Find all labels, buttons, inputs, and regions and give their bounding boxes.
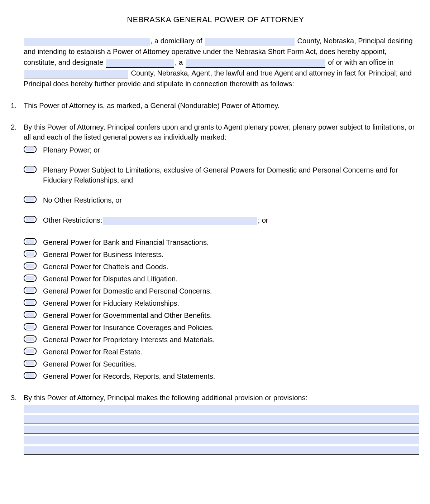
checkbox-g6[interactable]	[24, 299, 37, 306]
principal-name-field[interactable]	[24, 38, 150, 46]
item-body-1: This Power of Attorney is, as marked, a …	[24, 101, 419, 111]
check-row-no-other: No Other Restrictions, or	[24, 195, 419, 205]
label-other-prefix: Other Restrictions:	[43, 216, 102, 224]
check-row-other: Other Restrictions:; or	[24, 215, 419, 225]
label-no-other: No Other Restrictions, or	[43, 195, 419, 205]
list-item-2: 2. By this Power of Attorney, Principal …	[11, 122, 419, 381]
label-g8: General Power for Insurance Coverages an…	[43, 323, 419, 333]
checkbox-plenary-limited[interactable]	[24, 166, 37, 173]
check-row-plenary-limited: Plenary Power Subject to Limitations, ex…	[24, 165, 419, 185]
label-other-suffix: ; or	[258, 216, 268, 224]
checkbox-plenary[interactable]	[24, 146, 37, 153]
title-text: NEBRASKA GENERAL POWER OF ATTORNEY	[126, 15, 304, 24]
item-number-3: 3.	[11, 393, 24, 455]
checkbox-g12[interactable]	[24, 372, 37, 379]
intro-text-1: , a domiciliary of	[150, 37, 204, 45]
label-g4: General Power for Disputes and Litigatio…	[43, 274, 419, 284]
check-row-g12: General Power for Records, Reports, and …	[24, 371, 419, 381]
label-g10: General Power for Real Estate.	[43, 347, 419, 357]
agent-county-field[interactable]	[24, 70, 128, 78]
item-body-2: By this Power of Attorney, Principal con…	[24, 122, 419, 381]
label-g1: General Power for Bank and Financial Tra…	[43, 237, 419, 247]
check-row-g1: General Power for Bank and Financial Tra…	[24, 237, 419, 247]
checkbox-g2[interactable]	[24, 250, 37, 257]
agent-description-field[interactable]	[186, 59, 325, 68]
checkbox-g8[interactable]	[24, 323, 37, 330]
check-row-g8: General Power for Insurance Coverages an…	[24, 323, 419, 333]
item-2-intro: By this Power of Attorney, Principal con…	[24, 122, 419, 142]
checkbox-g10[interactable]	[24, 348, 37, 355]
provision-line-2[interactable]	[24, 415, 419, 423]
check-row-g10: General Power for Real Estate.	[24, 347, 419, 357]
label-g12: General Power for Records, Reports, and …	[43, 371, 419, 381]
checkbox-g11[interactable]	[24, 360, 37, 367]
other-restrictions-field[interactable]	[103, 217, 257, 225]
label-g3: General Power for Chattels and Goods.	[43, 262, 419, 272]
label-plenary: Plenary Power; or	[43, 145, 419, 155]
intro-paragraph: , a domiciliary of County, Nebraska, Pri…	[24, 35, 419, 89]
label-other-wrap: Other Restrictions:; or	[43, 215, 419, 225]
check-row-plenary: Plenary Power; or	[24, 145, 419, 155]
checkbox-g7[interactable]	[24, 311, 37, 318]
document-title: NEBRASKA GENERAL POWER OF ATTORNEY	[11, 14, 419, 25]
check-row-g11: General Power for Securities.	[24, 359, 419, 369]
label-g11: General Power for Securities.	[43, 359, 419, 369]
checkbox-g1[interactable]	[24, 238, 37, 245]
check-row-g7: General Power for Governmental and Other…	[24, 310, 419, 320]
list-item-1: 1. This Power of Attorney is, as marked,…	[11, 101, 419, 111]
agent-name-field[interactable]	[106, 59, 174, 68]
label-plenary-limited: Plenary Power Subject to Limitations, ex…	[43, 165, 419, 185]
item-number-2: 2.	[11, 122, 24, 381]
intro-text-3: , a	[175, 58, 185, 66]
item-3-intro: By this Power of Attorney, Principal mak…	[24, 393, 419, 403]
label-g9: General Power for Proprietary Interests …	[43, 335, 419, 345]
label-g5: General Power for Domestic and Personal …	[43, 286, 419, 296]
checkbox-g4[interactable]	[24, 275, 37, 282]
checkbox-g9[interactable]	[24, 335, 37, 343]
provision-line-3[interactable]	[24, 426, 419, 434]
checkbox-g3[interactable]	[24, 262, 37, 270]
provision-line-4[interactable]	[24, 436, 419, 444]
principal-county-field[interactable]	[205, 38, 295, 46]
label-g6: General Power for Fiduciary Relationship…	[43, 298, 419, 308]
checkbox-g5[interactable]	[24, 287, 37, 294]
label-g7: General Power for Governmental and Other…	[43, 310, 419, 320]
check-row-g9: General Power for Proprietary Interests …	[24, 335, 419, 345]
intro-text-4: of or with an office in	[326, 58, 394, 66]
label-g2: General Power for Business Interests.	[43, 249, 419, 260]
item-number-1: 1.	[11, 101, 24, 111]
check-row-g2: General Power for Business Interests.	[24, 249, 419, 260]
check-row-g4: General Power for Disputes and Litigatio…	[24, 274, 419, 284]
check-row-g3: General Power for Chattels and Goods.	[24, 262, 419, 272]
list-item-3: 3. By this Power of Attorney, Principal …	[11, 393, 419, 455]
checkbox-other[interactable]	[24, 216, 37, 223]
provision-line-5[interactable]	[24, 446, 419, 455]
provision-line-1[interactable]	[24, 405, 419, 413]
check-row-g5: General Power for Domestic and Personal …	[24, 286, 419, 296]
check-row-g6: General Power for Fiduciary Relationship…	[24, 298, 419, 308]
checkbox-no-other[interactable]	[24, 196, 37, 203]
item-body-3: By this Power of Attorney, Principal mak…	[24, 393, 419, 455]
